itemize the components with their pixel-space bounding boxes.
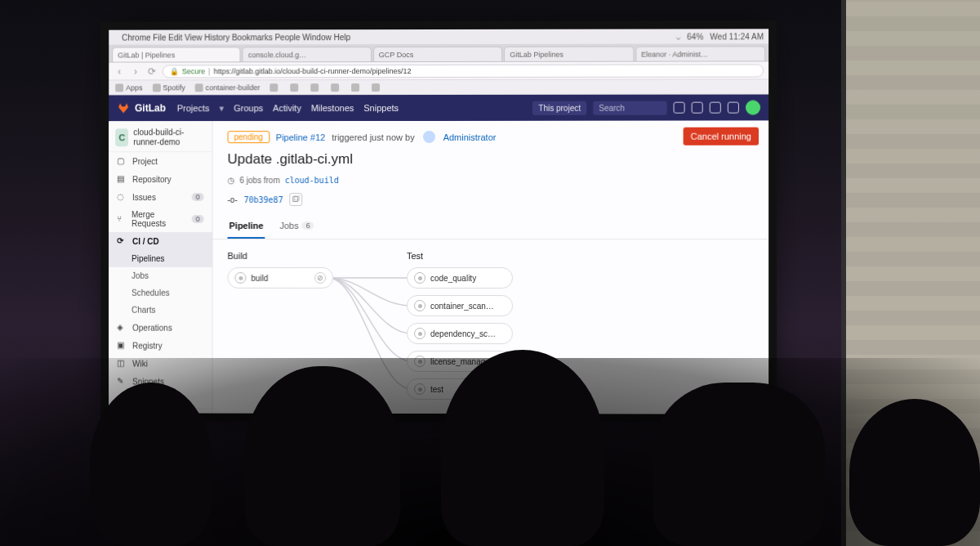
gitlab-logo[interactable]: GitLab [117, 101, 166, 114]
bookmark-item[interactable] [351, 83, 362, 92]
pipeline-job[interactable]: build⊘ [228, 267, 334, 289]
sidebar-item-registry[interactable]: ▣Registry [109, 337, 212, 355]
bookmark-favicon-icon [290, 83, 298, 92]
sidebar-subitem-jobs[interactable]: Jobs [109, 267, 212, 284]
browser-tab[interactable]: GCP Docs [373, 47, 502, 61]
status-created-icon [414, 272, 425, 284]
nav-icon: ◈ [117, 323, 127, 333]
sidebar-item-label: Charts [131, 306, 155, 315]
cancel-running-button[interactable]: Cancel running [684, 128, 759, 145]
brand-text: GitLab [135, 102, 166, 114]
sidebar-item-ci-cd[interactable]: ⟳CI / CD [109, 232, 212, 250]
bookmark-favicon-icon [310, 83, 318, 92]
browser-tabstrip: GitLab | Pipelinesconsole.cloud.g…GCP Do… [109, 43, 768, 62]
bookmark-item[interactable] [372, 83, 382, 92]
url-text: https://gitlab.gitlab.io/cloud-build-ci-… [213, 67, 411, 75]
pipeline-job[interactable]: container_scan… [407, 295, 513, 316]
sidebar-item-label: Pipelines [131, 254, 164, 263]
nav-icon: ▢ [117, 156, 127, 166]
status-created-icon [414, 300, 425, 311]
sidebar-subitem-pipelines[interactable]: Pipelines [109, 250, 212, 267]
count-badge: 0 [192, 193, 204, 201]
bookmark-item[interactable] [310, 83, 321, 92]
browser-toolbar: ‹ › ⟳ 🔒 Secure | https://gitlab.gitlab.i… [109, 61, 768, 80]
lock-icon: 🔒 [170, 67, 179, 75]
tab-pipeline[interactable]: Pipeline [228, 214, 265, 239]
sidebar-item-label: Registry [132, 341, 162, 350]
sidebar-item-label: Merge Requests [131, 210, 186, 228]
clock-icon: ◷ [228, 176, 235, 185]
browser-tab[interactable]: console.cloud.g… [243, 47, 372, 61]
stage-title: Build [228, 251, 334, 261]
bookmark-item[interactable]: Apps [115, 83, 142, 92]
back-button[interactable]: ‹ [114, 65, 125, 77]
commit-sha[interactable]: 70b39e87 [244, 195, 283, 204]
actor-name[interactable]: Administrator [443, 132, 497, 141]
nav-projects[interactable]: Projects [177, 103, 210, 114]
pipeline-title: Update .gitlab-ci.yml [213, 146, 769, 176]
copy-icon [292, 195, 301, 204]
bookmark-item[interactable]: container-builder [195, 83, 261, 92]
bookmark-item[interactable] [270, 83, 280, 92]
pipeline-job[interactable]: code_quality [407, 267, 513, 289]
jobs-summary: ◷ 6 jobs from cloud-build [213, 176, 769, 190]
issues-icon[interactable] [692, 102, 703, 114]
bookmark-favicon-icon [270, 83, 278, 92]
mr-icon[interactable] [710, 102, 721, 114]
search-scope[interactable]: This project [532, 101, 586, 114]
nav-icon: ▣ [117, 341, 127, 351]
nav-icon: ⑂ [117, 214, 126, 224]
browser-tab[interactable]: GitLab | Pipelines [112, 47, 241, 61]
copy-sha-button[interactable] [290, 193, 303, 206]
nav-groups[interactable]: Groups [234, 103, 263, 114]
sidebar-item-label: Project [132, 157, 158, 166]
branch-link[interactable]: cloud-build [285, 176, 339, 185]
job-name: dependency_sc… [430, 329, 496, 338]
sidebar-item-project[interactable]: ▢Project [109, 152, 212, 170]
commit-icon: -o- [228, 195, 238, 204]
cancel-job-icon[interactable]: ⊘ [314, 272, 326, 284]
browser-tab[interactable]: GitLab Pipelines [504, 47, 634, 61]
status-created-icon [234, 272, 246, 284]
mac-menubar: Chrome File Edit View History Bookmarks … [109, 29, 768, 44]
nav-milestones[interactable]: Milestones [311, 103, 354, 114]
pipeline-ref[interactable]: Pipeline #12 [276, 132, 325, 142]
sidebar-item-merge-requests[interactable]: ⑂Merge Requests0 [109, 206, 212, 232]
nav-activity[interactable]: Activity [273, 103, 301, 114]
sidebar-subitem-schedules[interactable]: Schedules [109, 284, 212, 302]
sidebar-item-operations[interactable]: ◈Operations [109, 319, 212, 337]
sidebar-item-label: Issues [132, 193, 156, 202]
search-input[interactable]: Search [593, 101, 666, 114]
sidebar-item-label: Schedules [131, 289, 169, 298]
bookmark-favicon-icon [351, 83, 359, 92]
reload-button[interactable]: ⟳ [146, 65, 158, 77]
bookmark-bar: AppsSpotifycontainer-builder [109, 79, 768, 95]
todos-icon[interactable] [728, 102, 739, 114]
project-header[interactable]: C cloud-build-ci-runner-demo [109, 121, 212, 152]
svg-rect-0 [293, 197, 298, 202]
projected-screen: Chrome File Edit View History Bookmarks … [109, 29, 768, 414]
user-avatar[interactable] [746, 101, 760, 115]
actor-avatar [423, 131, 435, 143]
status-created-icon [414, 328, 425, 339]
project-name: cloud-build-ci-runner-demo [133, 128, 205, 146]
address-bar[interactable]: 🔒 Secure | https://gitlab.gitlab.io/clou… [163, 64, 764, 78]
sidebar-item-label: CI / CD [132, 236, 159, 245]
nav-snippets[interactable]: Snippets [363, 103, 399, 114]
bookmark-item[interactable] [331, 83, 341, 92]
sidebar-item-issues[interactable]: ◌Issues0 [109, 188, 212, 206]
commit-sha-row: -o- 70b39e87 [213, 190, 769, 214]
forward-button[interactable]: › [130, 65, 141, 77]
browser-tab[interactable]: Eleanor · Administ… [635, 46, 765, 60]
sidebar-item-repository[interactable]: ▤Repository [109, 170, 212, 188]
bookmark-item[interactable] [290, 83, 301, 92]
tab-jobs[interactable]: Jobs 6 [278, 214, 315, 239]
nav-icon: ◌ [117, 192, 127, 202]
bookmark-favicon-icon [115, 83, 123, 92]
plus-icon[interactable] [674, 102, 685, 114]
gitlab-topnav: GitLab Projects▾ Groups Activity Milesto… [109, 95, 768, 122]
bookmark-item[interactable]: Spotify [152, 83, 185, 92]
pipeline-job[interactable]: dependency_sc… [407, 323, 513, 344]
count-badge: 0 [192, 215, 204, 223]
sidebar-subitem-charts[interactable]: Charts [109, 302, 212, 319]
